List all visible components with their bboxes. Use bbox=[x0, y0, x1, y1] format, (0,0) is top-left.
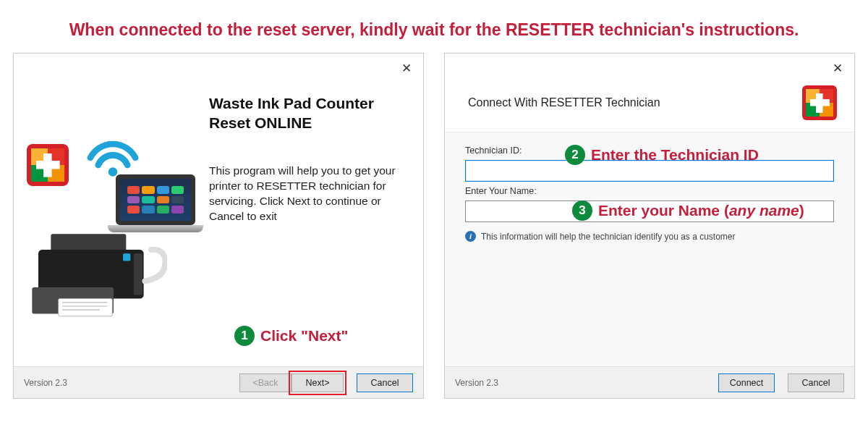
dialog1-footer: Version 2.3 <Back Next> Cancel bbox=[14, 366, 423, 398]
resetter-logo-icon bbox=[802, 85, 837, 120]
dialog2-form-area: Technician ID: 2 Enter the Technician ID… bbox=[445, 132, 854, 368]
cancel-button[interactable]: Cancel bbox=[788, 373, 844, 392]
instruction-header: When connected to the reset server, kind… bbox=[0, 0, 868, 53]
info-row: i This information will help the technic… bbox=[465, 231, 834, 242]
name-input[interactable] bbox=[465, 200, 834, 222]
svg-rect-6 bbox=[59, 299, 113, 316]
technician-id-label: Technician ID: bbox=[465, 145, 834, 156]
close-icon[interactable]: ✕ bbox=[397, 59, 416, 78]
printer-icon bbox=[22, 231, 167, 325]
dialog1-title: Waste Ink Pad Counter Reset ONLINE bbox=[209, 93, 401, 133]
connect-button[interactable]: Connect bbox=[718, 373, 775, 392]
step-1-text: Click "Next" bbox=[260, 327, 348, 345]
dialog-row: ✕ Waste Ink Pad Counter Reset ONLINE Thi… bbox=[0, 53, 868, 399]
technician-id-input[interactable] bbox=[465, 160, 834, 182]
step-number-badge: 1 bbox=[234, 326, 255, 346]
version-label: Version 2.3 bbox=[24, 378, 67, 388]
wizard-dialog-1: ✕ Waste Ink Pad Counter Reset ONLINE Thi… bbox=[13, 53, 424, 399]
resetter-logo-icon bbox=[27, 144, 69, 186]
back-button[interactable]: <Back bbox=[239, 373, 292, 392]
wifi-icon bbox=[85, 137, 141, 179]
svg-rect-3 bbox=[123, 253, 130, 261]
name-label: Enter Your Name: bbox=[465, 186, 834, 196]
dialog2-header: Connect With RESETTER Technician bbox=[468, 85, 837, 120]
dialog2-title: Connect With RESETTER Technician bbox=[468, 96, 660, 109]
info-text: This information will help the technicia… bbox=[481, 232, 736, 242]
dialog1-body: This program will help you to get your p… bbox=[209, 164, 406, 224]
dialog2-footer: Version 2.3 Connect Cancel bbox=[445, 366, 854, 398]
svg-rect-1 bbox=[51, 234, 126, 251]
svg-rect-4 bbox=[134, 253, 142, 295]
version-label: Version 2.3 bbox=[455, 378, 498, 388]
step-1-annotation: 1 Click "Next" bbox=[234, 326, 348, 346]
printer-illustration bbox=[22, 137, 203, 325]
cancel-button[interactable]: Cancel bbox=[357, 373, 413, 392]
info-icon: i bbox=[465, 231, 476, 242]
wizard-dialog-2: ✕ Connect With RESETTER Technician Techn… bbox=[444, 53, 855, 399]
next-button[interactable]: Next> bbox=[292, 373, 344, 392]
close-icon[interactable]: ✕ bbox=[828, 59, 847, 78]
